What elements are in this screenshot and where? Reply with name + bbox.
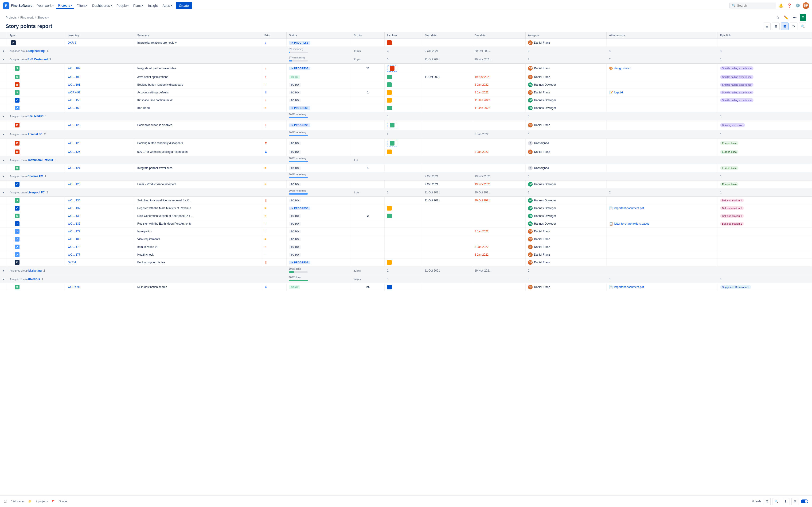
issue-key-cell[interactable]: WO... 123 bbox=[65, 138, 135, 148]
attachment-cell[interactable]: 🎨 design.sketch bbox=[609, 66, 715, 70]
table-view-icon[interactable]: ⊞ bbox=[781, 22, 789, 30]
epic-link-cell[interactable]: Belt sub-station 1 bbox=[718, 212, 812, 220]
issue-key-cell[interactable]: WO... 101 bbox=[65, 81, 135, 89]
attachments-cell[interactable] bbox=[607, 228, 718, 235]
colour-cell[interactable] bbox=[385, 39, 422, 47]
nav-plans[interactable]: Plans ▾ bbox=[131, 3, 145, 8]
col-summary[interactable]: Summary bbox=[135, 32, 262, 39]
colour-cell[interactable] bbox=[385, 64, 422, 73]
epic-link-cell[interactable] bbox=[718, 243, 812, 251]
col-start-date[interactable]: Start date bbox=[422, 32, 472, 39]
expand-cell[interactable]: ▼ bbox=[0, 266, 7, 275]
nav-projects[interactable]: Projects ▾ bbox=[56, 3, 74, 9]
epic-link-badge[interactable]: Belt sub-station 1 bbox=[720, 199, 744, 202]
epic-link-cell[interactable] bbox=[718, 251, 812, 259]
issue-key-cell[interactable]: WO... 100 bbox=[65, 73, 135, 81]
issue-key-cell[interactable]: WO... 126 bbox=[65, 180, 135, 188]
more-icon[interactable]: ••• bbox=[791, 14, 798, 21]
issue-key-link[interactable]: WO... 128 bbox=[68, 123, 80, 127]
breadcrumb-sheets[interactable]: Sheets ▾ bbox=[37, 16, 49, 19]
epic-link-badge[interactable]: Booking extension bbox=[720, 123, 745, 127]
expand-cell[interactable]: ▼ bbox=[0, 156, 7, 164]
issue-key-link[interactable]: WO... 158 bbox=[68, 99, 80, 102]
issue-key-cell[interactable]: WO... 135 bbox=[65, 220, 135, 228]
help-icon[interactable]: ❓ bbox=[786, 2, 793, 9]
col-epic-link[interactable]: Epic link bbox=[718, 32, 812, 39]
attachments-cell[interactable] bbox=[607, 138, 718, 148]
colour-cell[interactable] bbox=[385, 243, 422, 251]
epic-link-cell[interactable] bbox=[718, 235, 812, 243]
attachments-cell[interactable] bbox=[607, 251, 718, 259]
settings-icon[interactable]: ⚙️ bbox=[794, 2, 802, 9]
star-icon[interactable]: ☆ bbox=[774, 14, 781, 21]
col-type[interactable]: Type bbox=[7, 32, 65, 39]
issue-key-link[interactable]: WO... 177 bbox=[68, 253, 80, 256]
col-attachments[interactable]: Attachments bbox=[607, 32, 718, 39]
attachments-cell[interactable]: 🎨 design.sketch bbox=[607, 64, 718, 73]
attachments-cell[interactable] bbox=[607, 197, 718, 205]
issue-key-cell[interactable]: WO... 124 bbox=[65, 164, 135, 172]
attachments-cell[interactable] bbox=[607, 180, 718, 188]
epic-link-badge[interactable]: Shuttle hailing experience bbox=[720, 91, 754, 94]
colour-cell[interactable] bbox=[385, 283, 422, 291]
attachments-cell[interactable] bbox=[607, 104, 718, 112]
epic-link-badge[interactable]: Shuttle hailing experience bbox=[720, 83, 754, 87]
nav-insight[interactable]: Insight bbox=[146, 3, 159, 8]
issue-key-cell[interactable]: WO... 125 bbox=[65, 148, 135, 156]
issue-key-cell[interactable]: WORK-96 bbox=[65, 283, 135, 291]
search-table-icon[interactable]: 🔍 bbox=[799, 22, 806, 30]
colour-cell[interactable] bbox=[385, 259, 422, 266]
epic-link-badge[interactable]: Europa base bbox=[720, 150, 739, 154]
issue-key-link[interactable]: WO... 137 bbox=[68, 207, 80, 210]
attachments-cell[interactable]: 📝 logs.txt bbox=[607, 89, 718, 97]
epic-link-cell[interactable] bbox=[718, 228, 812, 235]
issue-key-link[interactable]: WO... 138 bbox=[68, 214, 80, 218]
colour-cell[interactable] bbox=[385, 251, 422, 259]
issue-key-link[interactable]: WO... 123 bbox=[68, 142, 80, 145]
expand-cell[interactable]: ▼ bbox=[0, 112, 7, 120]
epic-link-cell[interactable]: Shuttle hailing experience bbox=[718, 97, 812, 104]
col-due-date[interactable]: Due date bbox=[472, 32, 525, 39]
colour-cell[interactable] bbox=[385, 73, 422, 81]
attachment-cell[interactable]: 📋 letter-to-shareholders.pages bbox=[609, 222, 715, 226]
issue-key-cell[interactable]: WO... 137 bbox=[65, 205, 135, 212]
colour-cell[interactable] bbox=[385, 228, 422, 235]
issue-key-cell[interactable]: WO... 178 bbox=[65, 243, 135, 251]
attachments-cell[interactable] bbox=[607, 148, 718, 156]
search-input[interactable] bbox=[737, 4, 774, 7]
issue-key-cell[interactable]: WO... 158 bbox=[65, 97, 135, 104]
breadcrumb-fine-work[interactable]: Fine work bbox=[20, 16, 34, 19]
colour-cell[interactable] bbox=[385, 104, 422, 112]
attachments-cell[interactable] bbox=[607, 97, 718, 104]
issue-key-cell[interactable]: OKR-5 bbox=[65, 39, 135, 47]
attachments-cell[interactable] bbox=[607, 235, 718, 243]
issue-key-link[interactable]: WORK-96 bbox=[68, 285, 81, 289]
epic-link-badge[interactable]: Europa base bbox=[720, 166, 739, 170]
filter-icon[interactable]: ⊟ bbox=[772, 22, 779, 30]
issue-key-cell[interactable]: WO... 128 bbox=[65, 120, 135, 130]
expand-cell[interactable]: ▼ bbox=[0, 188, 7, 197]
col-assignee[interactable]: Assignee bbox=[525, 32, 607, 39]
epic-link-cell[interactable]: Shuttle hailing experience bbox=[718, 81, 812, 89]
attachments-cell[interactable] bbox=[607, 212, 718, 220]
epic-link-badge[interactable]: Shuttle hailing experience bbox=[720, 98, 754, 102]
issue-key-cell[interactable]: WO... 177 bbox=[65, 251, 135, 259]
attachments-cell[interactable]: 📄 important-document.pdf bbox=[607, 205, 718, 212]
nav-your-work[interactable]: Your work ▾ bbox=[35, 3, 55, 8]
epic-link-badge[interactable]: Belt sub-station 1 bbox=[720, 206, 744, 210]
colour-cell[interactable] bbox=[385, 97, 422, 104]
group-by-icon[interactable]: ☰ bbox=[763, 22, 771, 30]
epic-link-cell[interactable] bbox=[718, 104, 812, 112]
epic-link-cell[interactable] bbox=[718, 39, 812, 47]
issue-key-link[interactable]: WO... 159 bbox=[68, 106, 80, 110]
colour-swatch[interactable] bbox=[387, 122, 397, 128]
issue-key-link[interactable]: WO... 101 bbox=[68, 83, 80, 87]
colour-cell[interactable] bbox=[385, 180, 422, 188]
issue-key-link[interactable]: OKR-5 bbox=[68, 41, 77, 44]
epic-link-cell[interactable]: Suggested Destinations bbox=[718, 283, 812, 291]
epic-link-badge[interactable]: Europa base bbox=[720, 141, 739, 145]
colour-cell[interactable] bbox=[385, 205, 422, 212]
attachments-cell[interactable] bbox=[607, 73, 718, 81]
epic-link-cell[interactable] bbox=[718, 259, 812, 266]
attachments-cell[interactable] bbox=[607, 164, 718, 172]
